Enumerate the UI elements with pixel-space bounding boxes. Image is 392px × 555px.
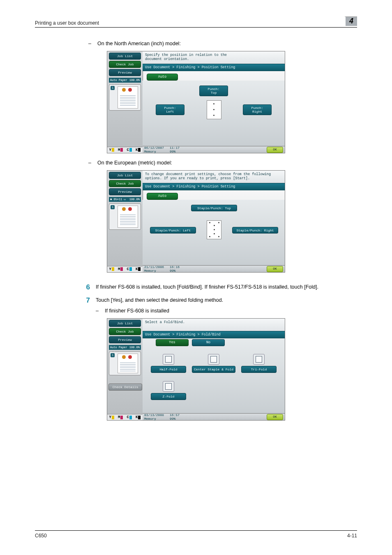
job-list-button[interactable]: Job List [109,53,141,60]
punch-right-button[interactable]: Punch: Right [243,104,272,115]
bullet-eu: – On the European (metric) model: [88,159,357,167]
header-title: Printing a user box document [35,20,99,26]
status-mem-val: 99% [170,417,175,421]
left-sidebar: Job List Check Job Preview Auto PaperSel… [107,319,143,420]
screenshot-na: Job List Check Job Preview Auto PaperSel… [107,51,285,153]
status-mem-label: Memory [144,150,156,153]
check-job-button[interactable]: Check Job [109,180,141,187]
status-time: 16:16 [170,265,180,269]
step-text: If finisher FS-608 is installed, touch [… [96,283,318,291]
status-mem-label: Memory [144,417,156,421]
footer-right: 4-11 [347,533,357,539]
yes-button[interactable]: Yes [156,339,189,346]
staple-top-button[interactable]: Staple/Punch: Top [191,205,237,211]
auto-tab[interactable]: Auto [147,74,178,81]
breadcrumb: Use Document > Finishing > Fold/Bind [143,331,285,338]
center-staple-label: Center Staple & Fold [192,366,235,373]
paper-a: Auto Paper [110,346,127,349]
options-area: Yes No Half-Fold Center Staple & Fold Tr… [143,338,285,413]
thumb-badge: 1 [111,205,115,209]
preview-button[interactable]: Preview [109,188,141,195]
chapter-badge: 4 [344,16,357,26]
half-fold-icon [163,354,174,365]
step-number: 6 [81,283,90,291]
z-fold-option[interactable]: Z-Fold [151,381,186,400]
ok-button[interactable]: OK [267,147,283,153]
footer-left: C650 [35,533,47,539]
page-diagram-icon [207,100,221,119]
thumb-badge: 1 [111,86,115,90]
right-pane: Select a Fold/Bind. Use Document > Finis… [143,319,285,420]
tri-fold-label: Tri-Fold [241,366,277,373]
status-bar: 06/12/2007Memory 11:1799% OK [143,146,285,153]
zoom-value: 100.0% [129,78,140,83]
check-job-button[interactable]: Check Job [109,61,141,68]
left-sidebar: Job List Check Job Preview ■ 8½×11 ▭ 100… [107,171,143,272]
half-fold-option[interactable]: Half-Fold [151,354,186,373]
right-pane: To change document print settings, choos… [143,171,285,272]
left-sidebar: Job List Check Job Preview Auto PaperSel… [107,51,143,153]
status-date: 06/12/2007 [144,146,164,150]
status-mem-val: 99% [170,150,175,153]
step-6: 6 If finisher FS-608 is installed, touch… [81,283,357,291]
breadcrumb: Use Document > Finishing > Position Sett… [143,64,285,71]
instruction-text: To change document print settings, choos… [143,171,285,183]
paper-select: ■ 8½×11 ▭ 100.0% [109,197,141,202]
dash-icon: – [96,307,100,315]
staple-left-button[interactable]: Staple/Punch: Left [150,227,196,234]
half-fold-label: Half-Fold [151,366,186,373]
toner-row: Y M C K [107,147,143,153]
step-number: 7 [81,296,90,305]
zoom-value: 100.0% [129,345,140,350]
tri-fold-option[interactable]: Tri-Fold [241,354,277,373]
step-sub: – If finisher FS-608 is installed [96,307,223,315]
status-date: 03/13/2008 [144,413,164,417]
status-bar: 03/13/2008Memory 16:5799% OK [143,413,285,420]
thumb-badge: 1 [111,353,115,357]
step-text: Touch [Yes], and then select the desired… [96,296,223,304]
staple-right-button[interactable]: Staple/Punch: Right [232,227,278,234]
screenshot-eu: Job List Check Job Preview ■ 8½×11 ▭ 100… [107,170,285,273]
right-pane: Specify the position in relation to the … [143,51,285,153]
ok-button[interactable]: OK [267,414,283,420]
page-footer: C650 4-11 [35,530,357,539]
z-fold-icon [163,381,174,392]
tri-fold-icon [253,354,265,365]
bullet-na: – On the North American (inch) model: [88,40,357,48]
dash-icon: – [88,159,92,167]
toner-row: Y M C K [107,414,143,420]
job-list-button[interactable]: Job List [109,172,141,179]
thumb-page-icon [118,206,138,228]
auto-tab[interactable]: Auto [147,193,178,200]
check-job-button[interactable]: Check Job [109,328,141,335]
page-header: Printing a user box document 4 [35,16,357,28]
ok-button[interactable]: OK [267,266,283,272]
page-diagram-icon [207,220,221,239]
center-staple-icon [208,354,219,365]
status-time: 16:57 [170,413,180,417]
check-details-button[interactable]: Check Details [108,384,142,391]
preview-button[interactable]: Preview [109,69,141,76]
toner-row: Y M C K [107,266,143,272]
center-staple-option[interactable]: Center Staple & Fold [192,354,235,373]
thumb-page-icon [118,86,138,109]
punch-left-button[interactable]: Punch: Left [156,104,184,115]
z-fold-label: Z-Fold [151,393,186,400]
preview-button[interactable]: Preview [109,336,141,343]
page-thumb: 1 [109,84,141,111]
status-bar: 21/11/2006Memory 16:1699% OK [143,265,285,272]
step-sub-text: If finisher FS-608 is installed [105,307,169,315]
bullet-eu-text: On the European (metric) model: [97,159,172,167]
paper-select: Auto PaperSelect 100.0% [109,78,141,83]
page-thumb: 1 [109,204,141,230]
job-list-button[interactable]: Job List [109,320,141,327]
instruction-text: Select a Fold/Bind. [143,319,285,331]
options-area: Punch: Top Punch: Left Punch: Right [143,81,285,146]
screenshot-fold: Job List Check Job Preview Auto PaperSel… [107,318,285,421]
no-button[interactable]: No [192,339,225,346]
chapter-number: 4 [349,17,353,25]
punch-top-button[interactable]: Punch: Top [199,86,228,96]
status-date: 21/11/2006 [144,265,164,269]
paper-select: Auto PaperSelect 100.0% [109,345,141,350]
zoom-value: 100.0% [129,197,140,202]
